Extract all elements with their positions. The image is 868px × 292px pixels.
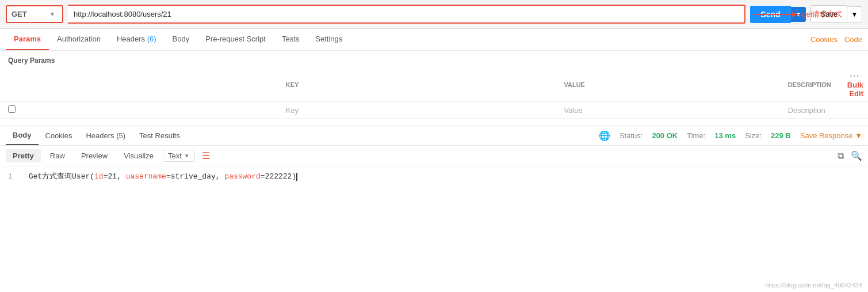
status-value: 200 OK (652, 131, 678, 140)
bulk-edit-button[interactable]: Bulk Edit (847, 81, 863, 98)
tab-params[interactable]: Params (6, 29, 49, 50)
response-tab-headers[interactable]: Headers (5) (79, 127, 132, 145)
th-key: KEY (278, 68, 556, 102)
copy-icon[interactable]: ⧉ (838, 151, 844, 161)
code-param-pass-val: 222222 (265, 172, 292, 181)
dots-icon: ··· (850, 71, 860, 81)
tabs-bar: Params Authorization Headers (6) Body Pr… (0, 29, 868, 51)
query-params-label: Query Params (0, 51, 868, 68)
tab-tests[interactable]: Tests (274, 29, 307, 50)
fmt-tab-preview[interactable]: Preview (74, 149, 114, 162)
description-cell[interactable]: Description (780, 102, 839, 119)
code-link[interactable]: Code (844, 35, 862, 44)
format-bar: Pretty Raw Preview Visualize Text ▼ ☰ ⧉ … (0, 146, 868, 166)
code-content[interactable]: Get方式查询User(id=21, uasername=strive_day,… (29, 172, 298, 181)
fmt-tab-visualize[interactable]: Visualize (117, 149, 160, 162)
status-label: Status: (620, 131, 643, 140)
key-cell[interactable]: Key (278, 102, 556, 119)
time-value: 13 ms (714, 131, 736, 140)
action-cell (839, 102, 868, 119)
value-cell[interactable]: Value (556, 102, 779, 119)
row-checkbox-cell (0, 102, 278, 119)
tabs-left: Params Authorization Headers (6) Body Pr… (6, 29, 350, 50)
save-group: Save ▼ (810, 5, 862, 23)
wrap-icon[interactable]: ☰ (202, 150, 210, 161)
text-format-select[interactable]: Text ▼ (163, 150, 195, 162)
th-description: DESCRIPTION (780, 68, 839, 102)
response-tabs-bar: Body Cookies Headers (5) Test Results 🌐 … (0, 126, 868, 146)
action-icons-right: ⧉ 🔍 (838, 150, 862, 161)
th-dots: ··· Bulk Edit (839, 68, 868, 102)
tab-headers[interactable]: Headers (6) (109, 29, 165, 50)
line-number: 1 (8, 172, 13, 181)
globe-icon: 🌐 (599, 130, 610, 141)
url-input[interactable] (68, 6, 744, 22)
send-button[interactable]: Send (750, 6, 790, 23)
send-dropdown-button[interactable]: ▼ (791, 7, 806, 22)
top-bar: GET POST PUT DELETE ▼ get请求方式 Send ▼ Sav… (0, 0, 868, 29)
response-tab-test-results[interactable]: Test Results (132, 127, 187, 145)
fmt-tab-raw[interactable]: Raw (43, 149, 72, 162)
spacer (0, 119, 868, 126)
save-response-button[interactable]: Save Response ▼ (800, 131, 862, 140)
size-label: Size: (745, 131, 762, 140)
response-tab-body[interactable]: Body (6, 126, 39, 145)
tabs-right: Cookies Code (810, 35, 862, 44)
params-table: KEY VALUE DESCRIPTION ··· Bulk Edit Key … (0, 68, 868, 119)
url-input-wrap: get请求方式 (68, 5, 745, 24)
time-label: Time: (687, 131, 705, 140)
code-area: 1 Get方式查询User(id=21, uasername=strive_da… (0, 166, 868, 201)
th-value: VALUE (556, 68, 779, 102)
code-param-user-key: uasername (126, 172, 166, 181)
response-tabs-left: Body Cookies Headers (5) Test Results (6, 126, 187, 145)
send-group: Send ▼ (750, 6, 806, 23)
method-dropdown-icon: ▼ (46, 7, 59, 21)
size-value: 229 B (771, 131, 791, 140)
code-cursor (296, 173, 297, 181)
save-dropdown-button[interactable]: ▼ (847, 6, 862, 22)
code-param-user-val: strive_day (171, 172, 216, 181)
response-tab-cookies[interactable]: Cookies (39, 127, 79, 145)
row-checkbox[interactable] (8, 105, 16, 113)
tab-settings[interactable]: Settings (307, 29, 350, 50)
code-param-id-key: id (94, 172, 104, 181)
fmt-tab-pretty[interactable]: Pretty (6, 149, 41, 162)
cookies-link[interactable]: Cookies (810, 35, 838, 44)
table-row: Key Value Description (0, 102, 868, 119)
save-button[interactable]: Save (810, 5, 847, 23)
method-select-wrap[interactable]: GET POST PUT DELETE ▼ (6, 5, 63, 23)
response-status-area: 🌐 Status: 200 OK Time: 13 ms Size: 229 B… (599, 130, 862, 141)
response-section: Body Cookies Headers (5) Test Results 🌐 … (0, 126, 868, 201)
tab-authorization[interactable]: Authorization (49, 29, 109, 50)
text-format-label: Text (168, 151, 182, 160)
th-checkbox (0, 68, 278, 102)
code-param-pass-key: password (224, 172, 260, 181)
text-format-chevron: ▼ (184, 153, 190, 159)
code-param-id-val: 21 (108, 172, 117, 181)
search-icon[interactable]: 🔍 (851, 150, 862, 161)
tab-body[interactable]: Body (165, 29, 198, 50)
headers-badge: (6) (147, 35, 156, 43)
tab-pre-request-script[interactable]: Pre-request Script (197, 29, 274, 50)
method-select[interactable]: GET POST PUT DELETE (7, 6, 46, 22)
